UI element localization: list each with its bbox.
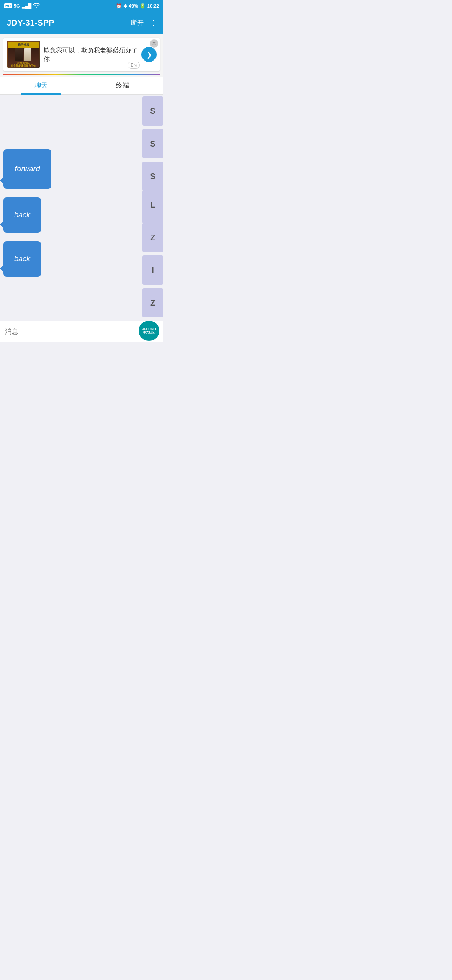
- message-back-2: back: [3, 241, 41, 277]
- tabs: 聊天 终端: [0, 77, 163, 95]
- l-button[interactable]: L: [142, 190, 163, 219]
- app-bar-actions: 断开 ⋮: [131, 19, 157, 27]
- alarm-icon: ⏰: [116, 3, 122, 9]
- clock: 10:22: [147, 3, 159, 8]
- i-button[interactable]: I: [142, 255, 163, 285]
- battery-icon: 🔋: [140, 3, 146, 9]
- ad-arrow-button[interactable]: ❯: [141, 47, 157, 62]
- ad-stats: Σ↑₆: [128, 62, 140, 69]
- more-menu-button[interactable]: ⋮: [150, 19, 157, 26]
- message-forward-text: forward: [15, 165, 40, 173]
- arduino-text: ARDUINO中文社区: [142, 328, 156, 334]
- signal-icon: ▂▄█: [22, 3, 32, 9]
- s-button-2[interactable]: S: [142, 129, 163, 158]
- message-input[interactable]: [5, 328, 143, 335]
- app-title: JDY-31-SPP: [7, 18, 54, 28]
- message-forward: forward: [3, 149, 51, 189]
- tab-terminal[interactable]: 终端: [82, 77, 163, 94]
- ad-image: 腾讯视频 欺负我可以欺负我老婆必须办了你: [7, 41, 40, 68]
- z-button-1[interactable]: Z: [142, 223, 163, 252]
- s-button-1[interactable]: S: [142, 96, 163, 126]
- bottom-bar: ARDUINO中文社区: [0, 321, 163, 342]
- hd-badge: HD: [4, 3, 12, 8]
- wifi-icon: [33, 3, 40, 9]
- ad-banner: 腾讯视频 欺负我可以欺负我老婆必须办了你 欺负我可以，欺负我老婆必须办了你 ❯ …: [3, 38, 160, 71]
- message-back-1-text: back: [14, 211, 30, 219]
- arduino-logo: ARDUINO中文社区: [136, 321, 162, 341]
- color-bar: [3, 74, 160, 75]
- status-right: ⏰ ✱ 49% 🔋 10:22: [116, 3, 159, 9]
- tab-chat[interactable]: 聊天: [0, 77, 82, 94]
- ad-image-label: 欺负我可以欺负我老婆必须办了你: [10, 61, 37, 68]
- bluetooth-icon: ✱: [123, 3, 127, 9]
- message-back-1: back: [3, 197, 41, 233]
- ad-text: 欺负我可以，欺负我老婆必须办了你: [40, 46, 141, 63]
- network-type: 5G: [14, 3, 20, 8]
- status-bar: HD 5G ▂▄█ ⏰ ✱ 49% 🔋 10:22: [0, 0, 163, 12]
- battery-percent: 49%: [129, 3, 138, 8]
- message-back-2-text: back: [14, 255, 30, 263]
- ad-close-button[interactable]: ✕: [150, 39, 158, 48]
- s-button-3[interactable]: S: [142, 162, 163, 191]
- z-button-2[interactable]: Z: [142, 288, 163, 317]
- chat-content: S S S S forward back back L Z I Z: [0, 95, 163, 321]
- right-buttons-bottom: L Z I Z: [142, 190, 163, 321]
- status-left: HD 5G ▂▄█: [4, 3, 40, 9]
- app-bar: JDY-31-SPP 断开 ⋮: [0, 12, 163, 34]
- disconnect-button[interactable]: 断开: [131, 19, 144, 27]
